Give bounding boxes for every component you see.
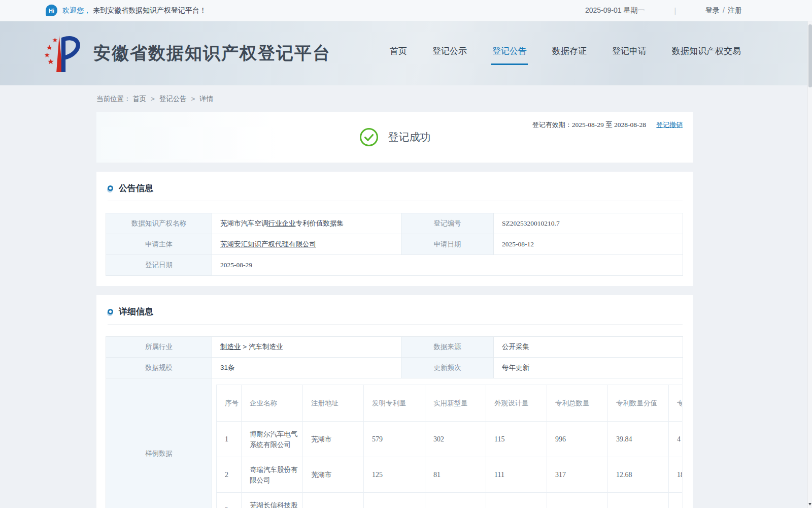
breadcrumb-announcement[interactable]: 登记公告 [159,95,187,103]
industry-sub-value: 汽车制造业 [249,343,283,351]
cell-extra: 4 [669,422,683,457]
col-header: 发明专利量 [364,385,425,422]
cell-utility [425,493,486,508]
cell-seq: 3 [217,493,242,508]
col-header: 企业名称 [242,385,303,422]
cell-quantity-score: 12.68 [608,457,669,493]
industry-link[interactable]: 制造业 [220,343,241,351]
col-header: 专利总数量 [547,385,608,422]
cell-utility: 302 [425,422,486,457]
welcome-greeting: 欢迎您， [62,6,91,15]
cell-quantity-score: 39.84 [608,422,669,457]
data-source-value: 公开采集 [494,337,683,358]
field-label: 登记日期 [106,255,212,276]
field-label: 申请日期 [401,234,494,255]
section-divider [108,324,683,325]
announcement-info-table: 数据知识产权名称 芜湖市汽车空调行业企业专利价值数据集 登记编号 SZ20253… [106,213,683,276]
detail-section-title: 详细信息 [119,306,153,318]
sample-data-table: 序号 企业名称 注册地址 发明专利量 实用新型量 外观设计量 专利总数量 专利数… [216,385,682,508]
hi-badge-icon: Hi [46,5,57,16]
sample-table-viewport[interactable]: 序号 企业名称 注册地址 发明专利量 实用新型量 外观设计量 专利总数量 专利数… [216,385,682,508]
announcement-info-card: 公告信息 数据知识产权名称 芜湖市汽车空调行业企业专利价值数据集 登记编号 SZ… [96,172,693,286]
table-row: 数据规模 31条 更新频次 每年更新 [106,358,683,378]
cell-invention [364,493,425,508]
current-date: 2025-09-01 星期一 [585,6,645,15]
cell-seq: 1 [217,422,242,457]
login-link[interactable]: 登录 [705,6,720,14]
nav-home[interactable]: 首页 [389,42,408,65]
sample-data-cell: 序号 企业名称 注册地址 发明专利量 实用新型量 外观设计量 专利总数量 专利数… [212,378,683,508]
nav-data-ip-trade[interactable]: 数据知识产权交易 [671,42,742,65]
table-row: 所属行业 制造业 > 汽车制造业 数据来源 公开采集 [106,337,683,358]
validity-label: 登记有效期： [532,121,572,129]
check-circle-icon [359,127,379,147]
breadcrumb: 当前位置： 首页 > 登记公告 > 详情 [96,94,812,104]
col-header: 专利数量分值 [608,385,669,422]
breadcrumb-home[interactable]: 首页 [132,95,146,103]
auth-slash: / [723,6,725,14]
dataset-name-part-underlined: 行业企业 [268,219,296,227]
breadcrumb-sep: > [191,95,195,103]
table-row: 1 博耐尔汽车电气系统有限公司 芜湖市 579 302 115 996 39.8… [217,422,683,457]
cell-design [486,493,547,508]
brand: 安徽省数据知识产权登记平台 [45,33,331,74]
table-row: 申请主体 芜湖安汇知识产权代理有限公司 申请日期 2025-08-12 [106,234,683,255]
detail-info-card: 详细信息 所属行业 制造业 > 汽车制造业 数据来源 公开采集 数据规模 31条… [96,295,693,508]
cell-invention: 125 [364,457,425,493]
topbar-separator: | [674,7,676,15]
table-row: 数据知识产权名称 芜湖市汽车空调行业企业专利价值数据集 登记编号 SZ20253… [106,213,683,234]
field-label: 数据知识产权名称 [106,213,212,234]
scrollbar-thumb[interactable] [808,24,812,87]
field-label: 更新频次 [401,358,494,378]
nav-data-certification[interactable]: 数据存证 [551,42,588,65]
cell-quantity-score [608,493,669,508]
cell-seq: 2 [217,457,242,493]
nav-registration-apply[interactable]: 登记申请 [611,42,648,65]
main-nav: 首页 登记公示 登记公告 数据存证 登记申请 数据知识产权交易 [365,42,742,65]
nav-registration-announcement[interactable]: 登记公告 [491,42,528,65]
cell-extra [669,493,683,508]
breadcrumb-sep: > [151,95,155,103]
cell-company: 奇瑞汽车股份有限公司 [242,457,303,493]
vertical-scrollbar[interactable] [807,21,812,508]
cell-utility: 81 [425,457,486,493]
site-title: 安徽省数据知识产权登记平台 [93,42,331,65]
col-header: 外观设计量 [486,385,547,422]
dataset-name-part: 芜湖市汽车空调 [220,219,268,227]
table-row: 2 奇瑞汽车股份有限公司 芜湖市 125 81 111 317 12.68 18 [217,457,683,493]
cell-company: 博耐尔汽车电气系统有限公司 [242,422,303,457]
registration-date-value: 2025-08-29 [212,255,683,276]
cell-design: 115 [486,422,547,457]
applicant-value: 芜湖安汇知识产权代理有限公司 [212,234,401,255]
col-header: 序号 [217,385,242,422]
col-header: 专利 [669,385,683,422]
field-label: 申请主体 [106,234,212,255]
site-logo-icon [45,33,82,74]
section-divider [108,201,683,201]
status-text: 登记成功 [388,130,431,144]
cell-company: 芜湖长信科技股份有限公司 [242,493,303,508]
revoke-registration-link[interactable]: 登记撤销 [656,121,683,129]
col-header: 注册地址 [303,385,364,422]
section-bullet-icon [108,309,113,314]
table-row: 样例数据 序号 企业名称 注册地址 发明专利量 实用新型量 外观设计量 专利总数… [106,378,683,508]
cell-total: 996 [547,422,608,457]
cell-total: 317 [547,457,608,493]
registration-number-value: SZ2025320010210.7 [494,213,683,234]
dataset-name-part: 专利价值数据集 [296,219,344,227]
field-label: 数据来源 [401,337,494,358]
breadcrumb-label: 当前位置： [96,95,131,103]
update-frequency-value: 每年更新 [494,358,683,378]
applicant-link[interactable]: 芜湖安汇知识产权代理有限公司 [220,240,316,248]
table-row: 3 芜湖长信科技股份有限公司 [217,493,683,508]
detail-info-table: 所属行业 制造业 > 汽车制造业 数据来源 公开采集 数据规模 31条 更新频次… [106,336,683,508]
cell-city [303,493,364,508]
register-link[interactable]: 注册 [728,6,742,14]
nav-registration-publicity[interactable]: 登记公示 [431,42,468,65]
cell-city: 芜湖市 [303,422,364,457]
industry-sep: > [241,343,249,351]
site-header: 安徽省数据知识产权登记平台 首页 登记公示 登记公告 数据存证 登记申请 数据知… [0,21,812,85]
scroll-down-arrow-icon[interactable] [808,503,811,505]
welcome-text: 来到安徽省数据知识产权登记平台！ [93,6,207,15]
field-label: 所属行业 [106,337,212,358]
